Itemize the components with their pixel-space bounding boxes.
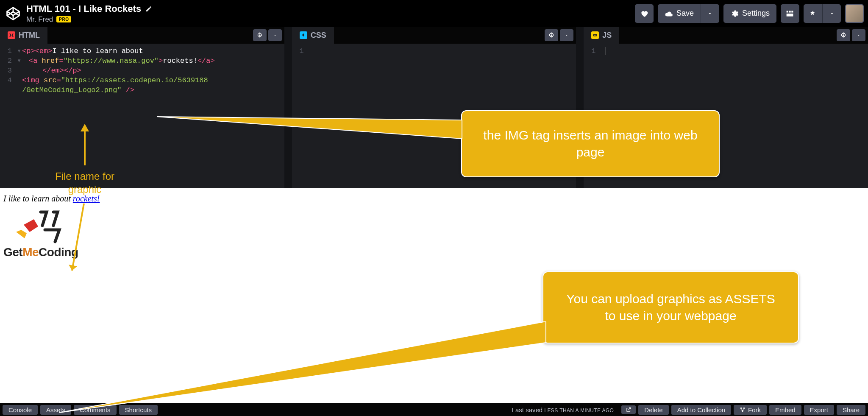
preview-link[interactable]: rockets! (73, 194, 100, 203)
gear-icon (257, 32, 263, 38)
css-dropdown[interactable] (560, 29, 573, 41)
html-icon (8, 31, 15, 39)
embed-button[interactable]: Embed (769, 405, 801, 415)
js-settings[interactable] (837, 29, 850, 41)
html-dropdown[interactable] (268, 29, 282, 41)
pin-dropdown[interactable] (822, 4, 841, 23)
svg-point-7 (259, 34, 261, 36)
js-editor[interactable]: 1 (584, 44, 868, 188)
footer: Console Assets Comments Shortcuts Last s… (0, 403, 868, 416)
svg-rect-4 (789, 11, 791, 12)
gear-icon (548, 32, 554, 38)
editors-row: HTML 1▾<p><em>I like to learn about 2▾<a… (0, 27, 868, 188)
svg-point-11 (843, 34, 844, 36)
chevron-down-icon (707, 11, 712, 16)
svg-point-14 (742, 410, 743, 411)
header: HTML 101 - I Like Rockets Mr. Fred PRO S… (0, 0, 868, 27)
delete-button[interactable]: Delete (638, 405, 668, 415)
svg-point-10 (595, 34, 597, 36)
js-dropdown[interactable] (852, 29, 865, 41)
css-label: CSS (311, 31, 326, 40)
save-label: Save (676, 9, 694, 18)
chevron-down-icon (829, 11, 835, 16)
css-icon (300, 31, 307, 39)
svg-point-12 (740, 408, 741, 408)
html-label: HTML (19, 31, 40, 40)
css-settings[interactable] (545, 29, 558, 41)
cloud-icon (665, 10, 673, 17)
popout-icon (626, 407, 632, 413)
layout-button[interactable] (781, 4, 799, 23)
share-button[interactable]: Share (837, 405, 865, 415)
pro-badge: PRO (56, 16, 71, 22)
css-editor[interactable]: 1 (292, 44, 576, 188)
svg-point-8 (551, 34, 553, 36)
heart-button[interactable] (635, 4, 654, 23)
gear-icon (840, 32, 846, 38)
css-pane: CSS 1 (292, 27, 576, 188)
svg-rect-3 (787, 11, 788, 12)
author-name[interactable]: Mr. Fred (26, 15, 53, 24)
chevron-down-icon (856, 33, 861, 38)
avatar[interactable] (845, 4, 864, 23)
svg-rect-5 (791, 11, 793, 12)
settings-button[interactable]: Settings (723, 4, 776, 23)
last-saved: Last saved LESS THAN A MINUTE AGO (512, 406, 614, 413)
js-icon (591, 31, 599, 39)
add-collection-button[interactable]: Add to Collection (671, 405, 731, 415)
preview-image: GetMeCoding (3, 209, 79, 259)
settings-label: Settings (742, 9, 770, 18)
console-button[interactable]: Console (3, 405, 38, 415)
pen-title[interactable]: HTML 101 - I Like Rockets (26, 3, 141, 14)
fork-icon (740, 407, 746, 413)
heart-icon (640, 9, 648, 18)
save-dropdown[interactable] (701, 4, 719, 23)
html-settings[interactable] (253, 29, 267, 41)
comments-button[interactable]: Comments (74, 405, 117, 415)
codepen-logo[interactable] (4, 5, 22, 22)
js-label: JS (602, 31, 612, 40)
preview-text: I like to learn about (3, 194, 73, 203)
edit-icon[interactable] (145, 6, 152, 12)
svg-point-13 (743, 408, 744, 408)
html-pane: HTML 1▾<p><em>I like to learn about 2▾<a… (0, 27, 284, 188)
pin-button[interactable] (804, 4, 822, 23)
save-button[interactable]: Save (658, 4, 701, 23)
chevron-down-icon (273, 33, 278, 38)
html-editor[interactable]: 1▾<p><em>I like to learn about 2▾<a href… (0, 44, 284, 188)
assets-button[interactable]: Assets (40, 405, 71, 415)
gear-icon (730, 9, 739, 18)
export-button[interactable]: Export (804, 405, 834, 415)
js-pane: JS 1 (584, 27, 868, 188)
chevron-down-icon (564, 33, 569, 38)
shortcuts-button[interactable]: Shortcuts (119, 405, 158, 415)
popout-button[interactable] (621, 405, 636, 414)
fork-button[interactable]: Fork (734, 405, 767, 415)
pin-icon (809, 10, 817, 17)
layout-icon (786, 10, 794, 17)
svg-rect-6 (787, 14, 793, 17)
preview-pane: I like to learn about rockets! GetMeCodi… (0, 188, 868, 403)
